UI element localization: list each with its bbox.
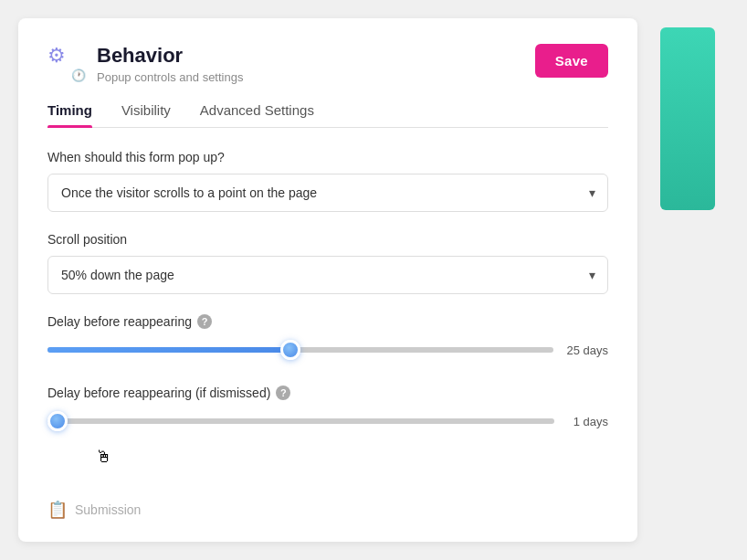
header-text: Behavior Popup controls and settings [97,44,243,83]
bottom-hint: 📋 Submission [47,500,141,520]
tab-visibility[interactable]: Visibility [121,102,171,127]
right-sidebar [647,18,729,542]
form-popup-select-wrapper: Once the visitor scrolls to a point on t… [47,174,608,212]
delay-reappear-fill [47,347,290,353]
delay-reappear-section: Delay before reappearing ? 25 days [47,314,608,360]
header-row: ⚙ 🕐 Behavior Popup controls and settings… [47,44,608,84]
scroll-position-select-wrapper: 25% down the page 50% down the page 75% … [47,256,608,294]
delay-dismissed-slider-row: 1 days [47,411,608,431]
bottom-hint-label: Submission [75,502,141,517]
delay-reappear-help-icon[interactable]: ? [197,314,212,329]
save-button[interactable]: Save [535,44,608,78]
delay-reappear-label: Delay before reappearing [47,314,192,329]
form-popup-label: When should this form pop up? [47,150,608,164]
delay-dismissed-track-bg [47,418,554,424]
sidebar-teal-block [660,27,715,210]
scroll-position-select[interactable]: 25% down the page 50% down the page 75% … [47,256,608,294]
behavior-icon-stack: ⚙ 🕐 [47,44,88,84]
tabs-row: Timing Visibility Advanced Settings [47,102,608,128]
gear-icon: ⚙ [47,44,66,68]
delay-reappear-value: 25 days [566,343,608,357]
form-popup-select[interactable]: Once the visitor scrolls to a point on t… [47,174,608,212]
delay-dismissed-help-icon[interactable]: ? [276,386,290,400]
delay-dismissed-track [47,411,554,431]
delay-dismissed-value: 1 days [567,415,608,428]
delay-reappear-track [47,340,553,360]
delay-reappear-label-row: Delay before reappearing ? [47,314,608,329]
page-subtitle: Popup controls and settings [97,70,243,84]
page-title: Behavior [97,44,243,68]
delay-dismissed-label-row: Delay before reappearing (if dismissed) … [47,386,608,400]
cursor-indicator: 🖱 [96,448,112,467]
delay-reappear-thumb[interactable] [280,340,300,360]
delay-reappear-slider-row: 25 days [47,340,608,360]
tab-advanced-settings[interactable]: Advanced Settings [200,102,314,127]
delay-dismissed-thumb[interactable] [47,411,68,431]
submission-icon: 📋 [47,500,68,520]
delay-dismissed-label: Delay before reappearing (if dismissed) [47,386,270,400]
tab-timing[interactable]: Timing [47,102,92,127]
header-left: ⚙ 🕐 Behavior Popup controls and settings [47,44,243,84]
scroll-position-label: Scroll position [47,232,608,247]
delay-dismissed-section: Delay before reappearing (if dismissed) … [47,386,608,431]
clock-icon: 🕐 [69,66,88,84]
